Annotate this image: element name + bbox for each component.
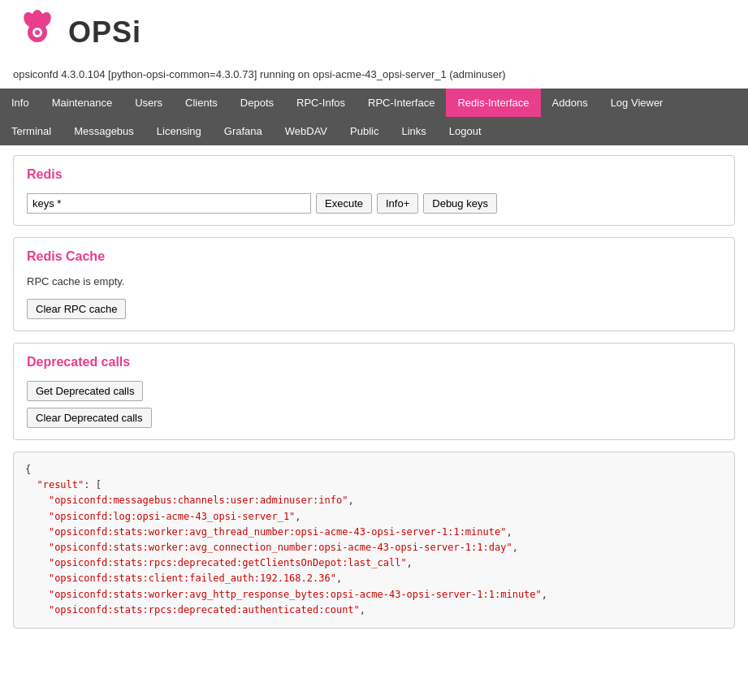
nav-logout[interactable]: Logout [438, 117, 493, 145]
nav-info[interactable]: Info [0, 89, 41, 117]
nav-rpc-interface[interactable]: RPC-Interface [357, 89, 446, 117]
nav-links[interactable]: Links [390, 117, 437, 145]
get-deprecated-calls-button[interactable]: Get Deprecated calls [27, 381, 143, 401]
svg-point-5 [35, 30, 40, 35]
redis-section: Redis Execute Info+ Debug keys [13, 155, 735, 226]
nav-row-1: Info Maintenance Users Clients Depots RP… [0, 89, 748, 117]
rpc-cache-status: RPC cache is empty. [27, 275, 721, 287]
clear-rpc-cache-button[interactable]: Clear RPC cache [27, 299, 126, 319]
debug-keys-button[interactable]: Debug keys [423, 193, 497, 214]
code-output: { "result": [ "opsiconfd:messagebus:chan… [13, 452, 735, 629]
nav-webdav[interactable]: WebDAV [274, 117, 339, 145]
redis-cache-section: Redis Cache RPC cache is empty. Clear RP… [13, 237, 735, 331]
clear-deprecated-calls-button[interactable]: Clear Deprecated calls [27, 408, 152, 428]
deprecated-calls-section: Deprecated calls Get Deprecated calls Cl… [13, 343, 735, 440]
main-nav: Info Maintenance Users Clients Depots RP… [0, 89, 748, 145]
nav-public[interactable]: Public [339, 117, 390, 145]
header: OPSi [0, 0, 748, 65]
logo-area: OPSi [13, 8, 141, 57]
nav-users[interactable]: Users [123, 89, 174, 117]
deprecated-btn-row: Get Deprecated calls Clear Deprecated ca… [27, 381, 721, 428]
redis-title: Redis [27, 167, 721, 182]
nav-clients[interactable]: Clients [174, 89, 229, 117]
logo-text: OPSi [68, 15, 141, 50]
redis-command-input[interactable] [27, 193, 311, 214]
nav-messagebus[interactable]: Messagebus [63, 117, 145, 145]
nav-grafana[interactable]: Grafana [213, 117, 274, 145]
redis-input-row: Execute Info+ Debug keys [27, 193, 721, 214]
nav-rpc-infos[interactable]: RPC-Infos [285, 89, 357, 117]
nav-terminal[interactable]: Terminal [0, 117, 63, 145]
redis-cache-title: Redis Cache [27, 249, 721, 264]
deprecated-calls-title: Deprecated calls [27, 355, 721, 369]
nav-depots[interactable]: Depots [229, 89, 285, 117]
nav-addons[interactable]: Addons [541, 89, 599, 117]
nav-redis-interface[interactable]: Redis-Interface [446, 89, 540, 117]
main-content: Redis Execute Info+ Debug keys Redis Cac… [0, 145, 748, 638]
nav-licensing[interactable]: Licensing [145, 117, 213, 145]
execute-button[interactable]: Execute [316, 193, 372, 214]
nav-row-2: Terminal Messagebus Licensing Grafana We… [0, 117, 748, 145]
opsi-logo [13, 8, 62, 57]
info-plus-button[interactable]: Info+ [377, 193, 418, 214]
nav-log-viewer[interactable]: Log Viewer [599, 89, 675, 117]
server-info: opsiconfd 4.3.0.104 [python-opsi-common=… [0, 65, 748, 89]
nav-maintenance[interactable]: Maintenance [41, 89, 123, 117]
